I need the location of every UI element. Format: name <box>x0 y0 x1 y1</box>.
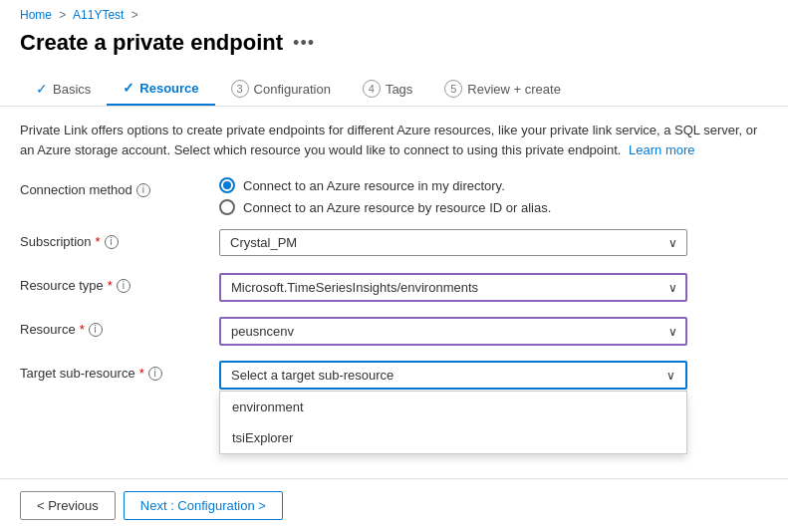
resource-select[interactable]: peusncenv <box>219 317 687 346</box>
tab-resource[interactable]: ✓ Resource <box>107 72 214 106</box>
resource-type-info-icon[interactable]: i <box>117 279 131 293</box>
resource-type-select[interactable]: Microsoft.TimeSeriesInsights/environment… <box>219 273 687 302</box>
radio-my-directory-label: Connect to an Azure resource in my direc… <box>243 178 505 193</box>
radio-circle-unselected <box>219 199 235 215</box>
breadcrumb: Home > A11YTest > <box>0 0 788 26</box>
resource-required: * <box>80 322 85 337</box>
dropdown-option-tsiexplorer[interactable]: tsiExplorer <box>220 422 686 453</box>
check-icon-basics: ✓ <box>36 81 48 97</box>
footer-buttons: < Previous Next : Configuration > <box>0 478 788 532</box>
target-sub-resource-info-icon[interactable]: i <box>148 367 162 381</box>
target-sub-resource-label: Target sub-resource * i <box>20 361 219 381</box>
connection-method-info-icon[interactable]: i <box>136 183 150 197</box>
radio-my-directory[interactable]: Connect to an Azure resource in my direc… <box>219 177 768 193</box>
tab-basics[interactable]: ✓ Basics <box>20 73 107 105</box>
page-title-row: Create a private endpoint ••• <box>0 26 788 72</box>
breadcrumb-a11ytest[interactable]: A11YTest <box>73 8 124 22</box>
resource-type-dropdown-wrapper[interactable]: Microsoft.TimeSeriesInsights/environment… <box>219 273 687 302</box>
resource-label: Resource * i <box>20 317 219 337</box>
circle-num-tags: 4 <box>363 80 381 98</box>
breadcrumb-sep1: > <box>59 8 66 22</box>
target-sub-resource-open-container[interactable]: Select a target sub-resource ∨ environme… <box>219 361 687 390</box>
subscription-control[interactable]: Crystal_PM ∨ <box>219 229 768 256</box>
form-area: Connection method i Connect to an Azure … <box>0 169 788 412</box>
resource-type-row: Resource type * i Microsoft.TimeSeriesIn… <box>20 273 768 303</box>
subscription-label: Subscription * i <box>20 229 219 249</box>
breadcrumb-home[interactable]: Home <box>20 8 52 22</box>
target-sub-resource-control[interactable]: Select a target sub-resource ∨ environme… <box>219 361 768 390</box>
resource-type-control[interactable]: Microsoft.TimeSeriesInsights/environment… <box>219 273 768 302</box>
previous-button[interactable]: < Previous <box>20 491 116 520</box>
resource-row: Resource * i peusncenv ∨ <box>20 317 768 347</box>
connection-method-radio-group: Connect to an Azure resource in my direc… <box>219 177 768 215</box>
tab-basics-label: Basics <box>53 82 91 97</box>
connection-method-row: Connection method i Connect to an Azure … <box>20 177 768 215</box>
page-title: Create a private endpoint <box>20 30 283 56</box>
target-sub-resource-row: Target sub-resource * i Select a target … <box>20 361 768 391</box>
subscription-select[interactable]: Crystal_PM <box>219 229 687 256</box>
tab-review[interactable]: 5 Review + create <box>428 72 577 106</box>
target-sub-resource-button[interactable]: Select a target sub-resource ∨ <box>219 361 687 390</box>
more-options-icon[interactable]: ••• <box>293 33 315 54</box>
description-box: Private Link offers options to create pr… <box>0 107 788 169</box>
target-sub-resource-required: * <box>139 366 144 381</box>
resource-dropdown-wrapper[interactable]: peusncenv ∨ <box>219 317 687 346</box>
subscription-dropdown-wrapper[interactable]: Crystal_PM ∨ <box>219 229 687 256</box>
circle-num-configuration: 3 <box>231 80 249 98</box>
next-button[interactable]: Next : Configuration > <box>124 491 283 520</box>
target-sub-resource-arrow: ∨ <box>666 369 675 383</box>
breadcrumb-sep2: > <box>131 8 138 22</box>
tab-tags-label: Tags <box>386 82 412 97</box>
resource-info-icon[interactable]: i <box>89 323 103 337</box>
connection-method-control: Connect to an Azure resource in my direc… <box>219 177 768 215</box>
connection-method-label: Connection method i <box>20 177 219 197</box>
subscription-info-icon[interactable]: i <box>105 235 119 249</box>
dropdown-option-environment[interactable]: environment <box>220 392 686 422</box>
subscription-row: Subscription * i Crystal_PM ∨ <box>20 229 768 259</box>
resource-control[interactable]: peusncenv ∨ <box>219 317 768 346</box>
tab-resource-label: Resource <box>139 81 198 96</box>
target-sub-resource-dropdown-list: environment tsiExplorer <box>219 391 687 454</box>
subscription-required: * <box>96 234 101 249</box>
tab-configuration-label: Configuration <box>254 82 331 97</box>
resource-type-required: * <box>108 278 113 293</box>
circle-num-review: 5 <box>444 80 462 98</box>
radio-resource-id-label: Connect to an Azure resource by resource… <box>243 200 551 215</box>
tab-tags[interactable]: 4 Tags <box>347 72 428 106</box>
resource-type-label: Resource type * i <box>20 273 219 293</box>
radio-circle-selected <box>219 177 235 193</box>
radio-resource-id[interactable]: Connect to an Azure resource by resource… <box>219 199 768 215</box>
target-sub-resource-placeholder: Select a target sub-resource <box>231 368 394 383</box>
tabs-row: ✓ Basics ✓ Resource 3 Configuration 4 Ta… <box>0 72 788 107</box>
tab-configuration[interactable]: 3 Configuration <box>215 72 347 106</box>
tab-review-label: Review + create <box>467 82 561 97</box>
learn-more-link[interactable]: Learn more <box>629 142 694 157</box>
check-icon-resource: ✓ <box>123 80 134 96</box>
